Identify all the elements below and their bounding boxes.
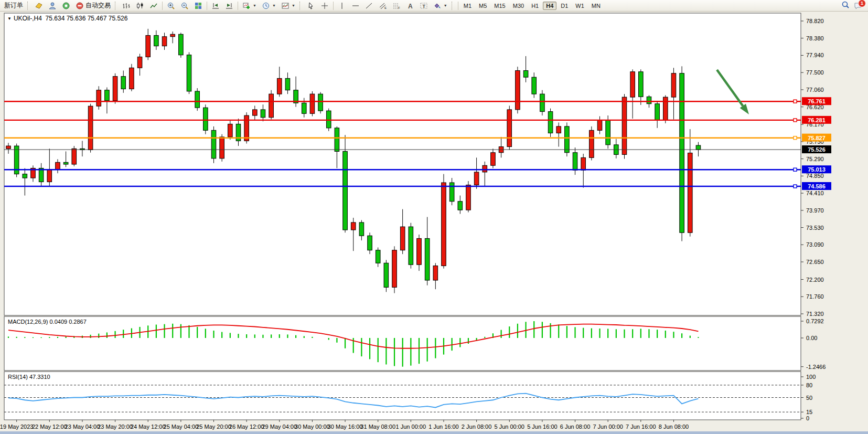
crosshair-icon[interactable] [318, 1, 331, 11]
bar-chart-icon[interactable] [120, 1, 133, 11]
time-tick-label: 24 May 12:00 [131, 424, 166, 430]
notifications-icon[interactable]: 1 [854, 2, 862, 10]
price-tick-label: 71.320 [806, 311, 824, 317]
indicators-icon[interactable]: ▼ [240, 1, 259, 11]
candle-body [622, 97, 627, 154]
candle-body [63, 162, 68, 164]
periods-icon[interactable]: ▼ [259, 1, 278, 11]
chart-shift-icon[interactable] [222, 1, 236, 11]
toolbar-separator [162, 2, 163, 10]
price-chip-label: 74.586 [808, 183, 826, 189]
zoom-out-icon[interactable] [178, 1, 191, 11]
candle-body [565, 126, 570, 153]
candle-body [449, 183, 454, 202]
candle-body [351, 223, 356, 230]
candle-body [359, 223, 364, 236]
candle-body [88, 106, 93, 150]
candlestick-chart-icon[interactable] [133, 1, 147, 11]
candle-body [220, 137, 224, 158]
chart-canvas[interactable]: 78.82078.38077.94077.50077.06076.62076.1… [0, 0, 868, 434]
candle-body [540, 94, 545, 111]
price-tick-label: 71.760 [806, 293, 824, 300]
vertical-line-icon[interactable] [335, 1, 349, 11]
new-order-button[interactable]: 新订单 [2, 1, 26, 11]
price-tick-label: 78.380 [806, 35, 824, 41]
cursor-icon[interactable] [304, 1, 318, 11]
candle-body [343, 151, 348, 230]
timeframe-M15[interactable]: M15 [491, 2, 508, 10]
timeframe-D1[interactable]: D1 [558, 2, 571, 10]
arrows-icon[interactable]: ▼ [431, 1, 450, 11]
candle-body [655, 104, 660, 120]
line-chart-icon[interactable] [147, 1, 160, 11]
level-line-handle [794, 185, 797, 188]
price-chip-label: 75.526 [808, 146, 826, 153]
candle-body [137, 57, 142, 68]
equidistant-channel-icon[interactable]: E [376, 1, 390, 11]
time-tick-label: 30 May 00:00 [295, 424, 330, 430]
candle-body [409, 227, 413, 264]
search-icon[interactable] [841, 1, 850, 11]
price-tick-label: 78.820 [806, 18, 824, 24]
candle-body [130, 68, 134, 89]
horizontal-line-icon[interactable] [349, 1, 362, 11]
time-tick-label: 29 May 04:00 [262, 424, 297, 430]
level-line-handle [794, 119, 797, 122]
zoom-in-icon[interactable] [164, 1, 178, 11]
price-tick-label: 73.970 [806, 207, 824, 214]
tile-windows-icon[interactable] [191, 1, 205, 11]
chart-title-symbol: UKOil-,H4 [14, 15, 42, 22]
trendline-icon[interactable] [362, 1, 376, 11]
candle-body [433, 266, 438, 280]
timeframe-H4[interactable]: H4 [543, 2, 556, 10]
candle-body [671, 73, 676, 97]
signals-icon[interactable] [59, 1, 73, 11]
toolbar-separator [207, 2, 207, 10]
price-tick-label: 77.500 [806, 69, 824, 76]
candle-body [269, 94, 274, 118]
chart-title-collapse-icon[interactable]: ▼ [7, 16, 12, 21]
candle-body [253, 110, 258, 115]
level-line-handle [794, 168, 797, 171]
candle-body [56, 162, 60, 169]
notification-badge: 1 [858, 0, 866, 7]
candle-body [170, 34, 175, 36]
text-icon[interactable]: A [403, 1, 417, 11]
text-label-icon[interactable]: T [417, 1, 431, 11]
time-tick-label: 7 Jun 00:00 [593, 424, 623, 430]
time-tick-label: 1 Jun 16:00 [428, 424, 459, 430]
community-icon[interactable] [46, 1, 59, 11]
timeframe-MN[interactable]: MN [588, 2, 604, 10]
timeframe-M30[interactable]: M30 [510, 2, 527, 10]
candle-body [523, 70, 528, 77]
candle-body [6, 146, 11, 149]
timeframe-M5[interactable]: M5 [476, 2, 490, 10]
toolbar: 新订单自动交易▼▼▼EFAT▼M1M5M15M30H1H4D1W1MN1 [0, 0, 868, 12]
candle-body [244, 115, 249, 141]
candle-body [573, 153, 577, 170]
candle-body [556, 126, 561, 133]
price-tick-label: 74.410 [806, 190, 824, 196]
rsi-axis-label: 100 [806, 374, 816, 380]
candle-body [400, 227, 405, 250]
candle-body [318, 94, 323, 111]
time-axis[interactable]: 19 May 202322 May 12:0023 May 04:0023 Ma… [0, 420, 689, 430]
candle-body [532, 77, 537, 94]
timeframe-M1[interactable]: M1 [460, 2, 475, 10]
rsi-indicator-label: RSI(14) 47.3310 [8, 374, 50, 380]
orders-icon[interactable] [32, 1, 46, 11]
candle-body [474, 172, 479, 185]
autotrading-button[interactable]: 自动交易 [73, 1, 113, 11]
timeframe-W1[interactable]: W1 [572, 2, 587, 10]
auto-scroll-icon[interactable] [209, 1, 222, 11]
time-tick-label: 30 May 16:00 [328, 424, 363, 430]
price-axis[interactable]: 78.82078.38077.94077.50077.06076.62076.1… [801, 18, 831, 317]
candle-body [680, 73, 684, 233]
timeframe-H1[interactable]: H1 [528, 2, 542, 10]
candle-body [105, 90, 110, 101]
fibonacci-icon[interactable]: F [390, 1, 403, 11]
candle-body [203, 108, 208, 130]
candle-body [195, 91, 200, 108]
templates-icon[interactable]: ▼ [278, 1, 298, 11]
candle-body [326, 111, 331, 128]
